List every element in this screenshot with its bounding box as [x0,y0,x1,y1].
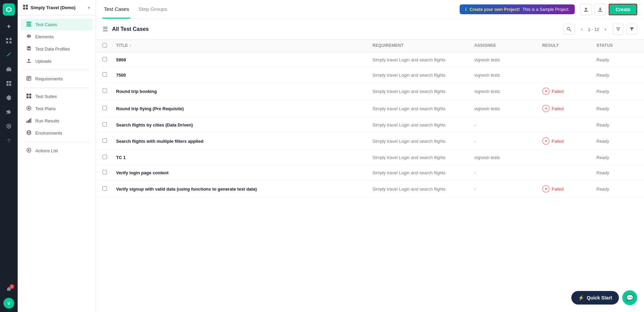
sidebar-item-test-plans[interactable]: Test Plans [20,103,93,115]
environments-icon [26,130,32,136]
test-data-icon [26,46,32,52]
table-body: 5959 Simply travel Login and search flig… [96,52,644,198]
chat-button[interactable]: 💬 [622,290,637,305]
banner-highlight: Create your own Project! [470,7,520,12]
row-checkbox[interactable] [103,155,116,160]
content-header: ☰ All Test Cases ‹ 1 - 12 › [96,19,644,40]
sidebar-item-requirements[interactable]: Requirements [20,73,93,85]
search-button[interactable] [564,24,574,35]
hamburger-icon[interactable]: ☰ [103,25,108,33]
tab-test-cases[interactable]: Test Cases [103,0,130,19]
sidebar-label-test-data: Test Data Profiles [35,46,70,52]
row-result: ✕Failed [542,105,596,112]
sidebar: Simply Travel (Demo) ▾ Test Cases Elemen… [18,0,96,312]
sidebar-item-actions-list[interactable]: Actions List [20,145,93,157]
sidebar-item-test-cases[interactable]: Test Cases [20,19,93,31]
app-logo[interactable] [3,3,15,16]
table-row[interactable]: TC 1 Simply travel Login and search flig… [96,150,644,165]
pagination-prev[interactable]: ‹ [577,24,587,34]
th-result: Result [542,43,596,48]
th-assignee: Assignee [474,43,542,48]
nav-icon-question[interactable]: ? [3,134,15,147]
svg-rect-24 [26,96,29,98]
quick-start-label: Quick Start [587,295,612,300]
table-row[interactable]: Round trip booking Simply travel Login a… [96,83,644,100]
sidebar-item-run-results[interactable]: Run Results [20,115,93,127]
th-title[interactable]: Title ↕ [116,43,372,48]
row-requirement: Simply travel Login and search flights [372,57,474,62]
svg-rect-23 [29,94,31,96]
row-checkbox[interactable] [103,138,116,144]
svg-point-9 [8,125,10,127]
pagination-next[interactable]: › [601,24,610,34]
row-status: Ready [596,139,637,144]
table-row[interactable]: Search flights by cities (Data Driven) S… [96,117,644,133]
row-requirement: Simply travel Login and search flights [372,155,474,160]
table-row[interactable]: 7500 Simply travel Login and search flig… [96,67,644,83]
filter-button[interactable] [626,24,637,35]
user-avatar[interactable]: V [3,298,14,309]
sidebar-item-elements[interactable]: Elements [20,31,93,43]
row-checkbox[interactable] [103,186,116,192]
pagination-range: 1 - 12 [588,27,599,32]
select-all-checkbox[interactable] [103,43,107,47]
add-icon[interactable]: + [3,20,15,33]
row-status: Ready [596,106,637,111]
chevron-down-icon: ▾ [88,5,90,10]
row-checkbox[interactable] [103,72,116,78]
svg-rect-22 [26,94,29,96]
row-checkbox[interactable] [103,106,116,111]
tab-step-groups[interactable]: Step Groups [137,0,168,19]
row-assignee: vignesh tests [474,73,542,78]
th-status: Status [596,43,637,48]
notifications-icon[interactable]: 2 [3,284,15,296]
topbar-tabs: Test Cases Step Groups [103,0,175,19]
sidebar-item-test-data-profiles[interactable]: Test Data Profiles [20,43,93,55]
row-checkbox[interactable] [103,122,116,128]
sidebar-item-uploads[interactable]: Uploads [20,55,93,67]
nav-icon-1[interactable] [3,35,15,47]
pagination: ‹ 1 - 12 › [577,24,610,34]
test-cases-icon [26,22,32,27]
sidebar-item-environments[interactable]: Environments [20,127,93,139]
row-checkbox[interactable] [103,170,116,175]
nav-icon-pencil[interactable] [3,49,15,61]
create-button[interactable]: Create [609,4,637,15]
nav-icon-puzzle[interactable] [3,106,15,118]
import-download-button[interactable] [594,4,606,15]
project-selector[interactable]: Simply Travel (Demo) ▾ [18,0,95,16]
row-assignee: - [474,170,542,175]
table-row[interactable]: Verify login page content Simply travel … [96,165,644,180]
sidebar-item-test-suites[interactable]: Test Suites [20,91,93,102]
row-assignee: vignesh tests [474,155,542,160]
row-checkbox[interactable] [103,57,116,62]
table-row[interactable]: Round trip flying (Pre Requisite) Simply… [96,100,644,117]
svg-rect-1 [10,38,12,40]
svg-rect-10 [23,5,25,7]
quick-start-button[interactable]: ⚡ Quick Start [571,291,619,305]
row-assignee: - [474,187,542,192]
row-requirement: Simply travel Login and search flights [372,122,474,128]
row-title: Search flights by cities (Data Driven) [116,122,372,128]
nav-icon-gear[interactable] [3,92,15,104]
content-area: ☰ All Test Cases ‹ 1 - 12 › [96,19,644,312]
svg-point-27 [28,108,30,109]
table-row[interactable]: 5959 Simply travel Login and search flig… [96,52,644,67]
svg-rect-16 [26,25,31,26]
sort-button[interactable] [613,24,624,35]
bottom-bar: ⚡ Quick Start 💬 [571,290,637,305]
row-checkbox[interactable] [103,89,116,94]
table-row[interactable]: Verify signup with valid data (using fun… [96,180,644,198]
nav-icon-briefcase[interactable] [3,63,15,75]
nav-icon-circle[interactable] [3,120,15,132]
row-status: Ready [596,73,637,78]
svg-rect-3 [10,41,12,43]
table-row[interactable]: Search flights with multiple filters app… [96,133,644,150]
sidebar-label-uploads: Uploads [35,59,52,64]
export-upload-button[interactable] [580,4,592,15]
svg-rect-2 [6,41,8,43]
svg-rect-13 [26,7,28,9]
nav-icon-grid[interactable] [3,77,15,90]
sidebar-divider-2 [23,87,90,88]
th-checkbox [103,43,116,48]
